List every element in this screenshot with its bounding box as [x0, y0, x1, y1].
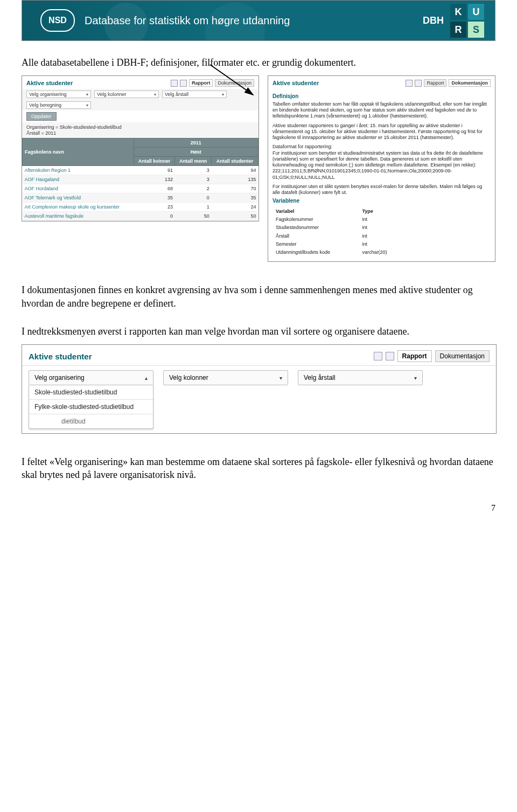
link-row[interactable]: Austevoll maritime fagskule: [25, 213, 84, 219]
table-row: Aftenskolen Region 191394: [23, 166, 258, 175]
banner-title: Database for statistikk om høgre utdanni…: [85, 15, 290, 27]
tab-rapport[interactable]: Rapport: [189, 79, 213, 87]
export-icon[interactable]: [406, 80, 413, 87]
link-row[interactable]: AOF Telemark og Vestfold: [25, 195, 81, 200]
var-row: Semesterint: [274, 241, 402, 248]
paragraph-3: I nedtrekksmenyen øverst i rapporten kan…: [22, 325, 495, 338]
paragraph-4: I feltet «Velg organisering» kan man bes…: [22, 455, 495, 482]
dd-arstall[interactable]: Velg årstall▾: [162, 91, 227, 98]
organisering-options-panel: Skole-studiested-studietilbud Fylke-skol…: [29, 385, 153, 429]
th-stud: Antall studenter: [212, 157, 258, 166]
tile-s: S: [468, 22, 484, 38]
tab-rapport[interactable]: Rapport: [424, 79, 446, 87]
link-row[interactable]: AOF Haugaland: [25, 177, 60, 182]
dd-kolonner[interactable]: Velg kolonner▾: [94, 91, 159, 98]
definisjon-p2: Aktive studenter rapporteres to ganger i…: [273, 123, 491, 141]
paragraph-1: Alle databasetabellene i DBH-F; definisj…: [22, 56, 495, 69]
table-row: AOF Haugaland1323135: [23, 175, 258, 184]
dd-organisering[interactable]: Velg organisering▾: [26, 91, 91, 98]
dataformat-text: For institusjoner som benytter et studie…: [273, 150, 483, 180]
table-row: Austevoll maritime fagskule05050: [23, 212, 258, 221]
applied-arstall: Årstall = 2011: [26, 130, 254, 136]
paragraph-2: I dokumentasjonen finnes en konkret avgr…: [22, 283, 495, 310]
option-partial[interactable]: dietilbud: [29, 414, 153, 428]
help-icon[interactable]: [415, 80, 422, 87]
nsd-logo: NSD: [40, 9, 75, 32]
chevron-down-icon: ▾: [86, 103, 88, 108]
tab-rapport[interactable]: Rapport: [397, 350, 432, 362]
variables-table: VariabelType Fagskolenummerint Studieste…: [273, 207, 403, 258]
table-row: AOF Telemark og Vestfold35035: [23, 193, 258, 203]
chevron-down-icon: ▾: [86, 92, 88, 97]
chevron-down-icon: ▾: [154, 92, 156, 97]
chevron-down-icon: ▾: [222, 92, 224, 97]
tile-r: R: [450, 22, 466, 38]
page-banner: NSD Database for statistikk om høgre utd…: [22, 0, 495, 41]
var-row: Årstallint: [274, 233, 402, 240]
table-row: Art Complexion makeup skole og kurssente…: [23, 203, 258, 212]
tile-u: U: [468, 4, 484, 20]
variablene-heading: Variablene: [273, 198, 491, 205]
kurs-tiles: K U R S: [450, 4, 484, 38]
chevron-up-icon: ▴: [145, 375, 148, 381]
oppdater-button[interactable]: Oppdater: [26, 112, 57, 121]
applied-filters: Organisering = Skole-studiested-studieti…: [22, 122, 258, 138]
th-variabel: Variabel: [274, 208, 359, 215]
th-sem: Høst: [134, 148, 258, 157]
table-row: AOF Hordaland68270: [23, 184, 258, 193]
var-row: Fagskolenummerint: [274, 216, 402, 223]
option-fylke[interactable]: Fylke-skole-studiested-studietilbud: [29, 399, 153, 414]
dd-kolonner[interactable]: Velg kolonner▾: [163, 370, 288, 385]
link-row[interactable]: Aftenskolen Region 1: [25, 168, 71, 173]
th-kvinner: Antall kvinner: [134, 157, 175, 166]
th-year: 2011: [134, 138, 258, 148]
rapport-title: Aktive studenter: [26, 80, 73, 86]
dropdown-screenshot: Aktive studenter Rapport Dokumentasjon V…: [22, 344, 497, 434]
link-row[interactable]: Art Complexion makeup skole og kurssente…: [25, 204, 120, 210]
rapport-screenshot: Aktive studenter Rapport Dokumentasjon V…: [22, 75, 259, 221]
definisjon-p1: Tabellen omfatter studenter som har fått…: [273, 101, 491, 120]
help-icon[interactable]: [386, 352, 394, 360]
banner-right-block: DBH K U R S: [423, 4, 484, 38]
th-menn: Antall menn: [175, 157, 212, 166]
var-row: Studiestedsnummerint: [274, 224, 402, 231]
applied-organisering: Organisering = Skole-studiested-studieti…: [26, 124, 254, 130]
chevron-down-icon: ▾: [280, 375, 282, 381]
help-icon[interactable]: [180, 80, 187, 87]
results-table: Fagskolens navn 2011 Høst Antall kvinner…: [22, 138, 258, 221]
definisjon-p4: For institusjoner uten et slikt system b…: [273, 184, 491, 196]
chevron-down-icon: ▾: [414, 375, 417, 381]
tile-k: K: [450, 4, 466, 20]
tab-dokumentasjon[interactable]: Dokumentasjon: [449, 79, 491, 87]
full-title: Aktive studenter: [29, 352, 92, 361]
page-number: 7: [22, 503, 495, 513]
export-icon[interactable]: [171, 80, 178, 87]
tab-dokumentasjon[interactable]: Dokumentasjon: [215, 79, 254, 87]
dd-arstall[interactable]: Velg årstall▾: [298, 370, 423, 385]
definisjon-heading: Definisjon: [273, 93, 491, 100]
tab-dokumentasjon[interactable]: Dokumentasjon: [435, 350, 490, 362]
export-icon[interactable]: [374, 352, 382, 360]
dok-title: Aktive studenter: [273, 80, 319, 86]
th-type: Type: [360, 208, 402, 215]
option-skole[interactable]: Skole-studiested-studietilbud: [29, 385, 153, 399]
dd-beregning[interactable]: Velg beregning▾: [26, 101, 91, 109]
dataformat-label: Dataformat for rapportering:: [273, 144, 332, 149]
var-row: Utdanningstilbudets kodevarchar(20): [274, 249, 402, 256]
dokumentasjon-screenshot: Aktive studenter Rapport Dokumentasjon D…: [268, 75, 495, 262]
link-row[interactable]: AOF Hordaland: [25, 186, 59, 191]
dd-organisering-open[interactable]: Velg organisering▴ Skole-studiested-stud…: [29, 370, 153, 429]
th-name: Fagskolens navn: [23, 138, 134, 166]
dbh-label: DBH: [423, 15, 444, 26]
